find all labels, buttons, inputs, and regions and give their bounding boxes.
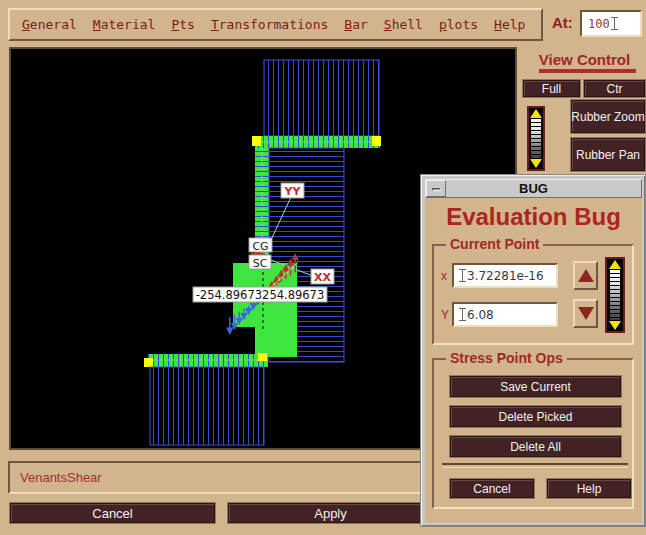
- point-position-slider[interactable]: [605, 257, 625, 333]
- label-cg: CG: [249, 238, 272, 253]
- svg-text:XX: XX: [314, 271, 331, 284]
- svg-text:-254.89673254.89673: -254.89673254.89673: [196, 288, 325, 302]
- bottom-flange-bar: [144, 353, 268, 367]
- label-yy: YY: [281, 183, 304, 198]
- slider-up-arrow-icon[interactable]: [609, 260, 621, 269]
- node-marker-yellow: [144, 358, 153, 367]
- menu-material[interactable]: Material: [93, 17, 156, 32]
- dialog-heading: Evaluation Bug: [425, 203, 642, 231]
- menu-general[interactable]: General: [22, 17, 77, 32]
- increment-button[interactable]: [573, 261, 598, 290]
- bug-dialog: BUG Evaluation Bug Current Point x 3.722…: [420, 174, 646, 527]
- menu-help[interactable]: Help: [494, 17, 525, 32]
- view-control-underline: [539, 69, 636, 73]
- cancel-button[interactable]: Cancel: [10, 503, 215, 523]
- y-coordinate-input[interactable]: 6.08: [452, 302, 558, 327]
- menu-pts[interactable]: Pts: [171, 17, 194, 32]
- node-marker-yellow: [258, 353, 267, 361]
- slider-down-arrow-icon[interactable]: [530, 159, 542, 168]
- view-control-title: View Control: [524, 51, 645, 68]
- down-arrow-icon: [578, 307, 594, 320]
- slider-track[interactable]: [531, 119, 541, 158]
- menu-bar[interactable]: Bar: [344, 17, 367, 32]
- dialog-body: Evaluation Bug Current Point x 3.72281e-…: [425, 198, 642, 523]
- rubber-pan-button[interactable]: Rubber Pan: [571, 138, 645, 171]
- node-marker-yellow: [252, 136, 261, 146]
- x-coordinate-input[interactable]: 3.72281e-16: [452, 263, 558, 288]
- stress-point-ops-group: Stress Point Ops Save Current Delete Pic…: [432, 358, 634, 509]
- at-input[interactable]: 100: [580, 10, 642, 37]
- save-current-button[interactable]: Save Current: [450, 376, 621, 397]
- at-label: At:: [552, 14, 573, 31]
- x-value: 3.72281e-16: [467, 269, 544, 283]
- slider-down-arrow-icon[interactable]: [609, 321, 621, 330]
- menubar: GeneralMaterialPtsTransformationsBarShel…: [8, 8, 543, 41]
- rubber-zoom-button[interactable]: Rubber Zoom: [571, 100, 645, 133]
- slider-track[interactable]: [610, 270, 620, 320]
- result-text: VenantsShear: [20, 470, 102, 485]
- y-label: Y: [441, 308, 449, 322]
- dialog-title: BUG: [426, 181, 641, 196]
- node-marker-yellow: [372, 136, 381, 146]
- decrement-button[interactable]: [573, 299, 598, 328]
- dialog-cancel-button[interactable]: Cancel: [450, 479, 534, 498]
- label-stress-range: -254.89673254.89673: [193, 287, 327, 302]
- zoom-slider[interactable]: [527, 106, 545, 171]
- slider-up-arrow-icon[interactable]: [530, 109, 542, 118]
- dialog-help-button[interactable]: Help: [547, 479, 631, 498]
- text-cursor-icon: [459, 308, 466, 321]
- text-cursor-icon: [611, 17, 618, 30]
- text-cursor-icon: [459, 269, 466, 282]
- ctr-button[interactable]: Ctr: [584, 80, 645, 97]
- separator: [442, 463, 628, 468]
- up-arrow-icon: [578, 269, 594, 282]
- top-flange-hatch: [264, 60, 379, 136]
- svg-text:SC: SC: [253, 257, 268, 270]
- menu-plots[interactable]: plots: [439, 17, 478, 32]
- delete-all-button[interactable]: Delete All: [450, 436, 621, 457]
- menu-shell[interactable]: Shell: [384, 17, 423, 32]
- label-xx: XX: [311, 269, 334, 284]
- current-point-title: Current Point: [446, 236, 543, 252]
- svg-text:YY: YY: [284, 185, 302, 198]
- current-point-group: Current Point x 3.72281e-16 Y 6.08: [432, 244, 634, 345]
- apply-button[interactable]: Apply: [228, 503, 433, 523]
- label-sc: SC: [249, 255, 271, 270]
- bottom-flange-hatch: [150, 367, 264, 445]
- top-flange-bar: [252, 136, 381, 148]
- svg-text:CG: CG: [252, 240, 268, 253]
- menu-transformations[interactable]: Transformations: [211, 17, 328, 32]
- stress-point-ops-title: Stress Point Ops: [446, 350, 567, 366]
- application-window: GeneralMaterialPtsTransformationsBarShel…: [0, 0, 646, 535]
- y-value: 6.08: [467, 308, 494, 322]
- dialog-titlebar[interactable]: BUG: [425, 179, 642, 198]
- at-input-value: 100: [588, 17, 610, 31]
- x-label: x: [441, 269, 447, 283]
- full-button[interactable]: Full: [523, 80, 580, 97]
- delete-picked-button[interactable]: Delete Picked: [450, 406, 621, 427]
